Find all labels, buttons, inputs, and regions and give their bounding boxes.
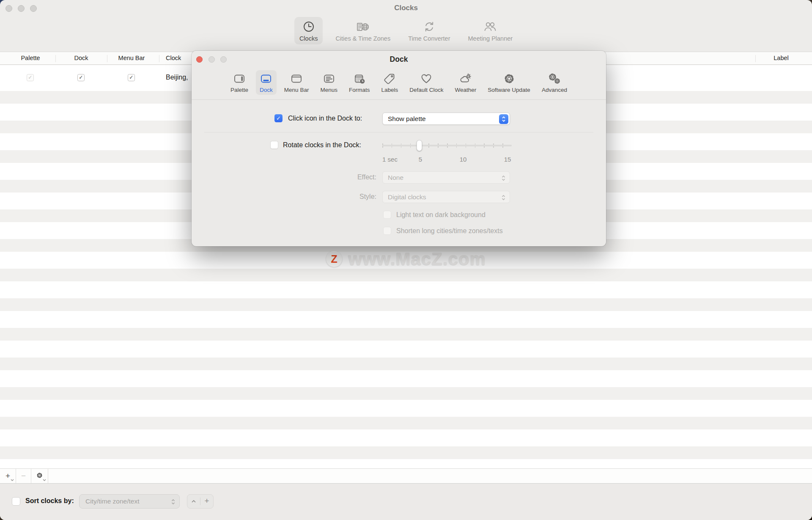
chevron-up-icon	[191, 500, 196, 503]
slider-tick-label: 15	[504, 156, 511, 163]
titlebar: Clocks	[0, 0, 812, 17]
column-divider	[159, 55, 159, 62]
pref-tab-software-update[interactable]: Software Update	[484, 70, 534, 95]
pref-tab-labels[interactable]: Labels	[377, 70, 402, 95]
column-divider	[55, 55, 56, 62]
sync-arrows-icon	[423, 20, 436, 33]
rotate-clocks-checkbox[interactable]	[270, 141, 278, 149]
pref-tab-formats[interactable]: Formats	[345, 70, 374, 95]
pref-tab-palette[interactable]: Palette	[227, 70, 252, 95]
stepper-arrows-icon	[499, 114, 508, 124]
add-clock-button[interactable]: +	[0, 469, 16, 483]
stepper-arrows-icon	[171, 498, 176, 505]
gears-icon	[548, 72, 561, 86]
sort-ascending-button[interactable]	[187, 495, 200, 508]
effect-label: Effect:	[334, 173, 376, 181]
actions-button[interactable]	[31, 469, 48, 483]
gear-icon	[503, 72, 516, 86]
weather-icon	[459, 72, 472, 86]
tab-time-converter[interactable]: Time Converter	[403, 17, 455, 44]
sort-clocks-label: Sort clocks by:	[25, 497, 74, 505]
main-toolbar: Clocks Cities & Time Zones Time Converte…	[0, 17, 812, 52]
gear-icon	[36, 472, 43, 480]
column-header-palette[interactable]: Palette	[21, 55, 40, 61]
palette-pane-icon	[233, 72, 246, 86]
sort-by-dropdown[interactable]: City/time zone/text	[79, 494, 180, 509]
tag-icon	[383, 72, 396, 86]
window-title: Clocks	[0, 4, 812, 12]
column-header-label[interactable]: Label	[774, 55, 788, 61]
column-header-menu-bar[interactable]: Menu Bar	[118, 55, 145, 61]
tab-cities-time-zones[interactable]: Cities & Time Zones	[330, 17, 395, 44]
clock-icon	[302, 20, 315, 33]
pref-tab-weather[interactable]: Weather	[451, 70, 480, 95]
column-divider	[755, 55, 756, 62]
style-label: Style:	[334, 193, 376, 201]
pref-tab-menu-bar[interactable]: Menu Bar	[280, 70, 313, 95]
column-header-dock[interactable]: Dock	[74, 55, 88, 61]
pref-tab-menus[interactable]: Menus	[316, 70, 341, 95]
menus-pane-icon	[323, 72, 335, 86]
pref-tab-advanced[interactable]: Advanced	[538, 70, 571, 95]
style-dropdown: Digital clocks	[382, 191, 510, 203]
dialog-title: Dock	[192, 55, 606, 64]
chevron-down-icon	[11, 479, 14, 481]
formats-pane-icon	[353, 72, 366, 86]
pref-tab-default-clock[interactable]: Default Clock	[406, 70, 447, 95]
light-text-label: Light text on dark background	[396, 211, 486, 219]
chevron-down-icon	[43, 479, 46, 481]
tab-clocks[interactable]: Clocks	[294, 17, 323, 44]
dock-pane-icon	[260, 72, 272, 86]
palette-checkbox[interactable]: ✓	[27, 74, 34, 81]
stepper-arrows-icon	[501, 194, 506, 201]
preferences-toolbar: Palette Dock Menu Bar Menus	[192, 70, 606, 100]
bottom-bar: Sort clocks by: City/time zone/text +	[0, 484, 812, 520]
column-divider	[107, 55, 107, 62]
slider-tick-label: 1 sec	[382, 156, 398, 163]
light-text-checkbox	[383, 211, 391, 219]
section-divider	[204, 132, 593, 132]
slider-tick-label: 10	[460, 156, 467, 163]
rotate-interval-slider[interactable]	[382, 143, 512, 148]
effect-dropdown: None	[382, 171, 510, 184]
click-icon-checkbox[interactable]: ✓	[274, 114, 283, 122]
buildings-globe-icon	[356, 20, 370, 33]
add-sort-button[interactable]: +	[200, 494, 213, 508]
dock-checkbox[interactable]: ✓	[77, 74, 85, 81]
sort-direction-control: +	[187, 494, 214, 509]
dock-preferences-dialog: Dock Palette Dock Menu Bar Menus	[192, 51, 606, 246]
tab-meeting-planner[interactable]: Meeting Planner	[463, 17, 518, 44]
click-icon-label: Click icon in the Dock to:	[288, 115, 362, 122]
pref-tab-dock[interactable]: Dock	[256, 70, 277, 95]
slider-tick-label: 5	[419, 156, 422, 163]
slider-handle[interactable]	[417, 140, 422, 151]
list-footer-toolbar: + −	[0, 468, 812, 484]
column-header-clock[interactable]: Clock	[166, 55, 181, 61]
menu-bar-checkbox[interactable]: ✓	[128, 74, 135, 81]
menu-bar-pane-icon	[290, 72, 303, 86]
stepper-arrows-icon	[501, 175, 506, 182]
heart-icon	[420, 72, 433, 86]
remove-clock-button[interactable]: −	[16, 469, 31, 483]
sort-clocks-checkbox[interactable]	[12, 497, 20, 506]
shorten-names-checkbox	[383, 227, 391, 235]
click-icon-dropdown[interactable]: Show palette	[382, 113, 510, 125]
shorten-names-label: Shorten long cities/time zones/texts	[396, 227, 503, 235]
people-icon	[483, 20, 497, 33]
clock-city-cell: Beijing,	[166, 74, 188, 81]
rotate-clocks-label: Rotate clocks in the Dock:	[283, 141, 361, 149]
